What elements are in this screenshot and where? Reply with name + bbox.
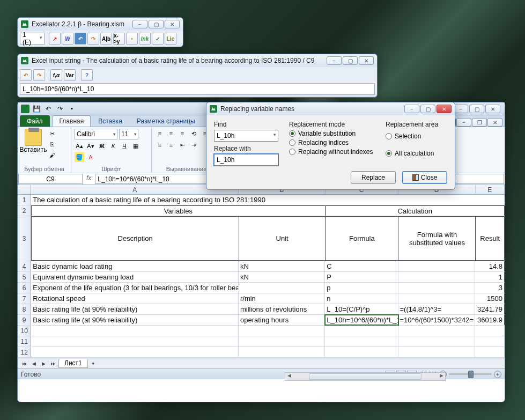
cell[interactable]	[398, 347, 476, 357]
cell[interactable]: Basic rating life (at 90% reliability)	[31, 315, 239, 325]
redo-icon[interactable]: ↷	[55, 104, 65, 114]
row-header[interactable]: 4	[18, 261, 31, 271]
sheet-nav-prev[interactable]: ◀	[29, 359, 38, 368]
redo-button[interactable]: ↷	[87, 33, 99, 45]
cell[interactable]: Rotational speed	[31, 293, 239, 304]
radio-selection[interactable]: Selection	[386, 132, 447, 140]
cell[interactable]: =10^6/(60*1500)*3242=	[398, 315, 476, 325]
col-header[interactable]: E	[476, 185, 505, 194]
cell[interactable]	[325, 326, 398, 336]
fill-color-icon[interactable]: 🪣	[75, 152, 84, 162]
font-color-icon[interactable]: A	[86, 152, 95, 162]
cell[interactable]: Basic rating life (at 90% reliability)	[31, 304, 239, 314]
font-selector[interactable]: Calibri	[75, 129, 117, 139]
cell[interactable]: Unit	[239, 216, 325, 261]
tab-insert[interactable]: Вставка	[91, 115, 129, 127]
radio-replacing-indices[interactable]: Replacing indices	[289, 139, 380, 146]
cell[interactable]: Basic dynamic load rating	[31, 261, 239, 271]
save-icon[interactable]: 💾	[32, 104, 41, 114]
sheet-nav-first[interactable]: ⏮	[20, 359, 28, 368]
cell[interactable]	[239, 336, 325, 347]
tool-check[interactable]: ✓	[152, 33, 164, 45]
sheet-selector[interactable]: 1 (E)	[20, 33, 45, 45]
maximize-button[interactable]: ▢	[420, 105, 435, 113]
orientation-icon[interactable]: ⟲	[189, 129, 198, 138]
row-header[interactable]: 5	[18, 272, 31, 282]
align-center-icon[interactable]: ≡	[155, 140, 165, 150]
row-header[interactable]: 7	[18, 293, 31, 304]
tab-home[interactable]: Главная	[53, 115, 91, 127]
tool-xy[interactable]: x->y	[113, 33, 125, 45]
cell[interactable]	[398, 336, 476, 347]
redo-button[interactable]: ↷	[33, 69, 45, 81]
cell[interactable]: 14.8	[475, 261, 505, 271]
cell[interactable]: Result	[475, 216, 505, 261]
close-button[interactable]: ✕	[165, 20, 180, 28]
cell[interactable]: r/min	[239, 293, 325, 304]
cell[interactable]: P	[325, 272, 398, 282]
cell[interactable]	[398, 272, 476, 282]
cell[interactable]	[398, 326, 476, 336]
cell[interactable]: n	[325, 293, 398, 304]
cell[interactable]: C	[325, 261, 398, 271]
radio-variable-substitution[interactable]: Variable substitution	[289, 130, 380, 137]
copy-icon[interactable]: ⎘	[47, 139, 57, 149]
mdi-maximize-button[interactable]: ▢	[469, 105, 484, 113]
cut-icon[interactable]: ✂	[47, 129, 57, 138]
cell[interactable]: 1500	[475, 293, 505, 304]
close-button[interactable]: ✕	[437, 105, 452, 113]
cell[interactable]: The calculation of a basic rating life o…	[31, 195, 505, 205]
tool-link[interactable]: lnk	[139, 33, 151, 45]
undo-button[interactable]: ↶	[20, 69, 32, 81]
row-header[interactable]: 6	[18, 283, 31, 293]
select-all-corner[interactable]	[18, 185, 31, 194]
mdi-minimize-button[interactable]: −	[453, 105, 468, 113]
cell[interactable]	[475, 336, 505, 347]
close-dialog-button[interactable]: Close	[402, 171, 447, 184]
radio-replacing-without-indexes[interactable]: Replacing without indexes	[289, 148, 380, 156]
row-header[interactable]: 1	[18, 195, 31, 205]
cell[interactable]: =((14.8/1)^3=	[398, 304, 476, 314]
sheet-nav-last[interactable]: ⏭	[49, 359, 57, 368]
align-bot-icon[interactable]: ≡	[178, 129, 187, 138]
cell[interactable]	[475, 347, 505, 357]
row-header[interactable]: 10	[18, 326, 31, 336]
row-header[interactable]: 9	[18, 315, 31, 325]
maximize-button[interactable]: ▢	[343, 56, 358, 65]
doc-restore-button[interactable]: ❐	[472, 118, 487, 127]
align-top-icon[interactable]: ≡	[155, 129, 165, 138]
maximize-button[interactable]: ▢	[149, 20, 164, 28]
bold-button[interactable]: Ж	[97, 141, 107, 151]
cell[interactable]	[239, 347, 325, 357]
cell[interactable]	[31, 336, 239, 347]
zoom-slider[interactable]	[449, 373, 492, 375]
cell[interactable]: 1	[475, 272, 505, 282]
cell[interactable]: kN	[239, 261, 325, 271]
cell[interactable]: kN	[239, 272, 325, 282]
cell[interactable]: Description	[31, 216, 239, 261]
minimize-button[interactable]: −	[132, 20, 147, 28]
row-header[interactable]: 12	[18, 347, 31, 357]
tool-arrow[interactable]: ↗	[49, 33, 61, 45]
new-sheet-button[interactable]: ✦	[89, 359, 98, 368]
align-mid-icon[interactable]: ≡	[166, 129, 176, 138]
zoom-in-button[interactable]: +	[494, 371, 501, 378]
formula-input[interactable]	[20, 83, 375, 95]
cell[interactable]	[239, 283, 325, 293]
cell[interactable]	[325, 347, 398, 357]
sheet-nav-next[interactable]: ▶	[39, 359, 48, 368]
horizontal-scrollbar[interactable]: ◀▶	[285, 372, 446, 381]
cell[interactable]: 36019.9	[475, 315, 505, 325]
cell[interactable]	[31, 326, 239, 336]
tool-fa[interactable]: f,α	[50, 69, 62, 81]
cell[interactable]: L_10h=10^6/(60*n)*L_10	[325, 315, 398, 325]
cell[interactable]	[475, 326, 505, 336]
cell[interactable]: p	[325, 283, 398, 293]
cell[interactable]: 3	[475, 283, 505, 293]
cell[interactable]	[398, 261, 476, 271]
doc-minimize-button[interactable]: −	[456, 118, 471, 127]
replace-input[interactable]	[214, 154, 278, 166]
minimize-button[interactable]: −	[404, 105, 419, 113]
cell[interactable]	[398, 283, 476, 293]
cell[interactable]: L_10=(C/P)^p	[325, 304, 398, 314]
